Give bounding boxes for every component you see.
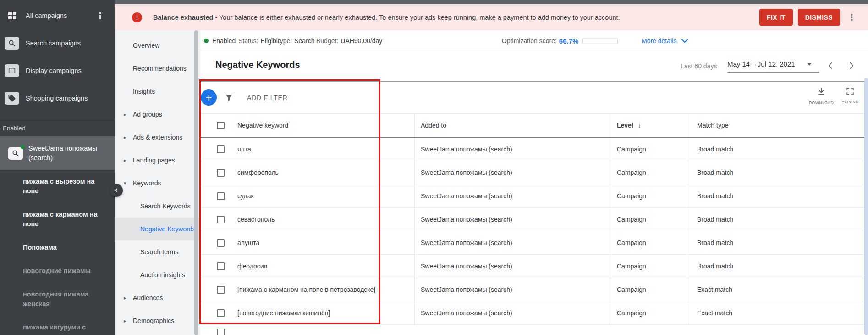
ad-groups-inactive-list: новогодние пижамыновогодняя пижама женск… bbox=[0, 259, 115, 335]
add-negative-keyword-button[interactable]: + bbox=[201, 89, 217, 106]
menu-item[interactable]: ▸ Ads & extensions bbox=[115, 126, 200, 149]
campaigns-sidebar: All campaigns ⋮ Search campaigns Display… bbox=[0, 0, 115, 335]
match-type-cell: Broad match bbox=[697, 169, 733, 176]
menu-item[interactable]: ▸ Demographics bbox=[115, 309, 200, 332]
error-icon: ! bbox=[132, 12, 142, 22]
optimization-value: 66.7% bbox=[559, 37, 579, 45]
sidebar-item-shopping-campaigns[interactable]: Shopping campaigns bbox=[0, 84, 115, 112]
row-checkbox[interactable] bbox=[217, 309, 225, 317]
negative-keyword-cell: алушта bbox=[237, 239, 259, 246]
menu-scrollbar[interactable] bbox=[194, 30, 198, 335]
download-icon bbox=[817, 87, 826, 98]
download-button[interactable]: DOWNLOAD bbox=[808, 87, 835, 105]
more-details-link[interactable]: More details bbox=[642, 37, 688, 45]
menu-item[interactable]: Overview bbox=[115, 34, 200, 57]
row-checkbox[interactable] bbox=[217, 239, 225, 247]
row-checkbox[interactable] bbox=[217, 262, 225, 270]
row-checkbox[interactable] bbox=[217, 145, 225, 153]
menu-item[interactable]: Search Keywords bbox=[115, 195, 200, 218]
caret-icon: ▸ bbox=[124, 295, 133, 301]
menu-item[interactable]: Insights bbox=[115, 80, 200, 103]
added-to-cell: SweetJama попожамы (search) bbox=[421, 286, 512, 293]
menu-item-label: Insights bbox=[133, 88, 155, 95]
row-checkbox[interactable] bbox=[217, 216, 225, 223]
search-icon bbox=[5, 37, 19, 50]
column-header-negative-keyword[interactable]: Negative keyword bbox=[237, 122, 288, 129]
dropdown-caret-icon bbox=[807, 63, 812, 66]
menu-item[interactable]: ▾ Keywords bbox=[115, 172, 200, 195]
level-cell: Campaign bbox=[617, 145, 646, 153]
ad-groups-active-list: пижама с вырезом на попепижама с кармано… bbox=[0, 170, 115, 259]
row-checkbox[interactable] bbox=[217, 329, 225, 335]
row-checkbox[interactable] bbox=[217, 169, 225, 177]
level-cell: Campaign bbox=[617, 169, 646, 176]
added-to-cell: SweetJama попожамы (search) bbox=[421, 309, 512, 317]
menu-item-label: Landing pages bbox=[133, 156, 175, 164]
ad-group-label: пижама с карманом на попе bbox=[23, 211, 98, 228]
sidebar-item-ad-group[interactable]: пижама с карманом на попе bbox=[0, 203, 115, 236]
chevron-left-icon: ‹ bbox=[115, 185, 118, 195]
sidebar-item-ad-group[interactable]: пижама кигуруми с карманом на попе bbox=[0, 316, 115, 335]
sidebar-item-ad-group[interactable]: Попожама bbox=[0, 236, 115, 259]
added-to-cell: SweetJama попожамы (search) bbox=[421, 216, 512, 223]
next-period-button[interactable] bbox=[847, 61, 856, 70]
caret-icon: ▸ bbox=[124, 157, 133, 163]
search-campaign-icon bbox=[8, 147, 23, 160]
column-header-added-to[interactable]: Added to bbox=[421, 122, 446, 129]
optimization-score[interactable]: Optimization score: 66.7% bbox=[502, 37, 618, 45]
table-row: [пижама с карманом на попе в петрозаводс… bbox=[200, 278, 868, 302]
tag-icon bbox=[5, 92, 19, 105]
sidebar-item-label: Search campaigns bbox=[26, 39, 81, 47]
menu-item[interactable]: Auction insights bbox=[115, 263, 200, 286]
caret-icon: ▸ bbox=[124, 112, 133, 117]
sidebar-item-ad-group[interactable]: новогодние пижамы bbox=[0, 259, 115, 283]
sidebar-item-ad-group[interactable]: новогодняя пижама женская bbox=[0, 283, 115, 316]
filter-icon[interactable] bbox=[225, 93, 233, 102]
menu-item[interactable]: ▸ Ad groups bbox=[115, 103, 200, 126]
sidebar-item-ad-group[interactable]: пижама с вырезом на попе bbox=[0, 170, 115, 203]
sidebar-item-selected-campaign[interactable]: SweetJama попожамы (search) bbox=[0, 137, 115, 170]
level-cell: Campaign bbox=[617, 286, 646, 293]
page-scrollbar[interactable] bbox=[864, 78, 868, 335]
dismiss-button[interactable]: DISMISS bbox=[798, 9, 840, 26]
add-filter-button[interactable]: ADD FILTER bbox=[247, 94, 288, 101]
level-cell: Campaign bbox=[617, 262, 646, 270]
level-cell: Campaign bbox=[617, 216, 646, 223]
sidebar-item-display-campaigns[interactable]: Display campaigns bbox=[0, 57, 115, 84]
row-checkbox[interactable] bbox=[217, 192, 225, 200]
select-all-checkbox[interactable] bbox=[217, 122, 225, 129]
date-range-picker[interactable]: May 14 – Jul 12, 2021 bbox=[727, 60, 819, 73]
match-type-cell: Broad match bbox=[697, 145, 733, 153]
added-to-cell: SweetJama попожамы (search) bbox=[421, 145, 512, 153]
fix-it-button[interactable]: FIX IT bbox=[759, 9, 793, 26]
column-header-match-type[interactable]: Match type bbox=[697, 122, 728, 129]
collapse-sidebar-button[interactable]: ‹ bbox=[110, 184, 123, 197]
menu-item[interactable]: Negative Keywords bbox=[115, 218, 200, 240]
negative-keyword-cell: феодосия bbox=[237, 262, 267, 270]
menu-item[interactable]: Search terms bbox=[115, 240, 200, 263]
sidebar-item-all-campaigns[interactable]: All campaigns ⋮ bbox=[0, 2, 115, 29]
main-content: Enabled Status: Eligible Type: Search Bu… bbox=[200, 30, 868, 335]
previous-period-button[interactable] bbox=[826, 61, 835, 70]
balance-alert-banner: ! Balance exhausted - Your balance is ei… bbox=[115, 4, 868, 30]
added-to-cell: SweetJama попожамы (search) bbox=[421, 239, 512, 246]
table-header-row: Negative keyword Added to Level↓ Match t… bbox=[200, 114, 868, 138]
menu-item[interactable]: Recommendations bbox=[115, 57, 200, 80]
menu-item[interactable]: ▸ Audiences bbox=[115, 286, 200, 309]
banner-menu-icon[interactable]: ⋮ bbox=[847, 13, 856, 22]
budget-field[interactable]: Budget: UAH90.00/day bbox=[316, 37, 382, 45]
row-checkbox[interactable] bbox=[217, 286, 225, 294]
menu-item-label: Recommendations bbox=[133, 65, 187, 72]
expand-button[interactable]: EXPAND bbox=[836, 87, 864, 104]
sidebar-item-search-campaigns[interactable]: Search campaigns bbox=[0, 29, 115, 57]
menu-item-label: Negative Keywords bbox=[140, 225, 196, 233]
menu-item[interactable]: ▸ Landing pages bbox=[115, 149, 200, 172]
enabled-status[interactable]: Enabled bbox=[204, 37, 236, 45]
enabled-status-dot bbox=[21, 145, 25, 149]
menu-item-label: Keywords bbox=[133, 179, 161, 187]
column-header-level[interactable]: Level bbox=[617, 122, 633, 129]
page-header: Negative Keywords Last 60 days May 14 – … bbox=[200, 51, 868, 81]
all-campaigns-menu-icon[interactable]: ⋮ bbox=[96, 11, 104, 20]
table-body: ялта SweetJama попожамы (search) Campaig… bbox=[200, 138, 868, 325]
menu-item-label: Ad groups bbox=[133, 111, 162, 118]
